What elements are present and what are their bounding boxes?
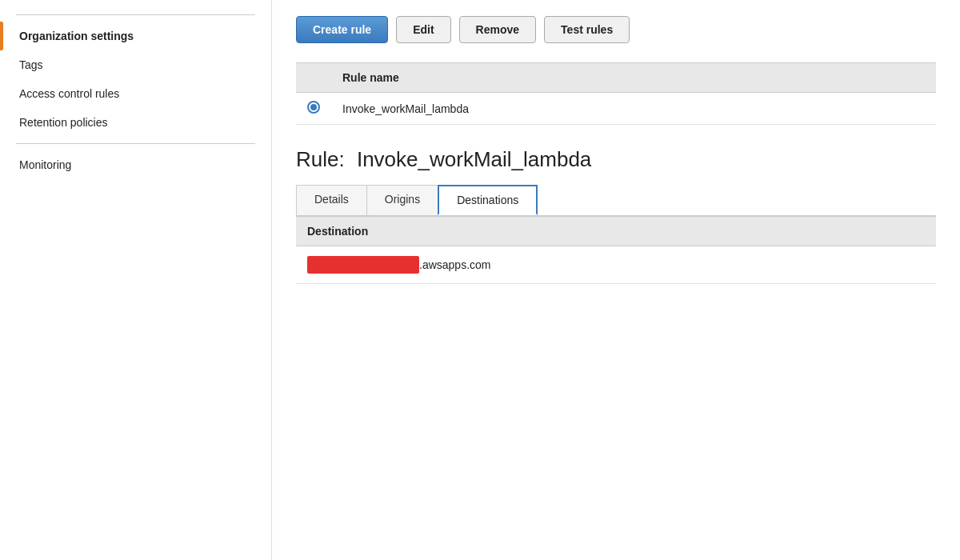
tab-origins[interactable]: Origins xyxy=(366,185,438,215)
remove-button[interactable]: Remove xyxy=(459,16,536,43)
destination-row: .awsapps.com xyxy=(296,246,936,284)
sidebar-item-monitoring[interactable]: Monitoring xyxy=(0,150,271,179)
sidebar-divider-top xyxy=(16,14,255,15)
sidebar-label-access-control-rules: Access control rules xyxy=(19,87,119,100)
destinations-table-header: Destination xyxy=(296,217,936,246)
create-rule-button[interactable]: Create rule xyxy=(296,16,388,43)
sidebar-label-monitoring: Monitoring xyxy=(19,158,71,171)
sidebar-item-retention-policies[interactable]: Retention policies xyxy=(0,108,271,137)
sidebar-divider-bottom xyxy=(16,143,255,144)
table-row[interactable]: Invoke_workMail_lambda xyxy=(296,93,936,125)
sidebar-label-retention-policies: Retention policies xyxy=(19,116,108,129)
destination-url: .awsapps.com xyxy=(307,256,925,274)
sidebar-item-organization-settings[interactable]: Organization settings xyxy=(0,22,271,50)
tab-destinations[interactable]: Destinations xyxy=(438,185,538,215)
destination-suffix: .awsapps.com xyxy=(419,258,490,271)
destination-redacted xyxy=(307,256,419,274)
rule-detail-title-name: Invoke_workMail_lambda xyxy=(357,147,591,171)
rule-detail-title-prefix: Rule: xyxy=(296,147,345,171)
radio-button-selected[interactable] xyxy=(307,101,320,114)
rules-table-select-header xyxy=(296,63,331,93)
destination-cell: .awsapps.com xyxy=(296,246,936,284)
destinations-table: Destination .awsapps.com xyxy=(296,216,936,284)
tab-details[interactable]: Details xyxy=(296,185,367,215)
toolbar: Create rule Edit Remove Test rules xyxy=(296,16,936,43)
rules-table-name-header: Rule name xyxy=(331,63,936,93)
sidebar-label-tags: Tags xyxy=(19,58,43,71)
rule-row-radio-cell[interactable] xyxy=(296,93,331,125)
sidebar-label-organization-settings: Organization settings xyxy=(19,30,134,42)
test-rules-button[interactable]: Test rules xyxy=(544,16,630,43)
main-content: Create rule Edit Remove Test rules Rule … xyxy=(272,0,960,560)
rules-table: Rule name Invoke_workMail_lambda xyxy=(296,62,936,125)
rule-row-name: Invoke_workMail_lambda xyxy=(331,93,936,125)
sidebar-item-access-control-rules[interactable]: Access control rules xyxy=(0,79,271,108)
edit-button[interactable]: Edit xyxy=(396,16,450,43)
rule-tabs: Details Origins Destinations xyxy=(296,185,936,216)
sidebar-item-tags[interactable]: Tags xyxy=(0,50,271,79)
rule-detail-title: Rule: Invoke_workMail_lambda xyxy=(296,147,936,172)
sidebar: Organization settings Tags Access contro… xyxy=(0,0,272,560)
